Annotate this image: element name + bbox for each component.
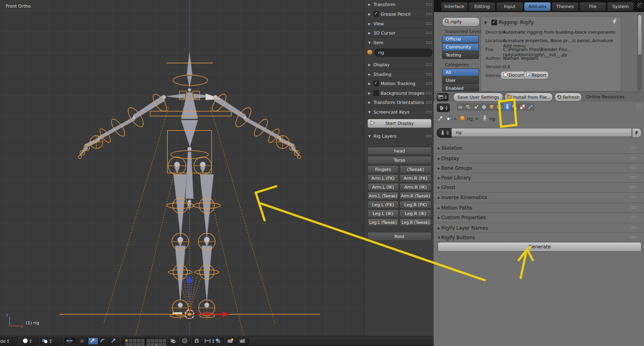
start-display-button[interactable]: Start Display (367, 119, 432, 128)
addon-search-field[interactable] (442, 17, 480, 26)
panel-grip[interactable] (630, 185, 636, 189)
opengl-render-anim-button[interactable] (238, 338, 249, 345)
panel-grip[interactable] (630, 146, 636, 149)
tab-render-layers[interactable] (465, 103, 472, 111)
editor-resize-grip[interactable] (636, 103, 642, 109)
rig-layer-tweak-button[interactable]: (Tweak) (399, 165, 432, 173)
panel-header-screencast-keys[interactable]: Screencast Keys (364, 108, 434, 116)
rig-layer-legR-tweak-button[interactable]: Leg.R (Tweak) (399, 218, 432, 226)
install-from-file-button[interactable]: Install from File... (505, 93, 553, 102)
panel-header-skeleton[interactable]: Skeleton (434, 143, 644, 153)
panel-grip[interactable] (630, 206, 636, 209)
category-user-button[interactable]: User (442, 77, 479, 84)
layers-grid-2[interactable] (146, 338, 167, 346)
rig-layer-armL-tweak-button[interactable]: Arm.L (Tweak) (367, 192, 399, 200)
armature-name-input[interactable] (456, 130, 632, 135)
background-images-checkbox[interactable] (373, 90, 379, 96)
panel-header-transform-orientations[interactable]: Transform Orientations (364, 98, 434, 107)
rig-layer-armR-fk-button[interactable]: Arm.R (FK) (399, 174, 432, 182)
panel-header-ghost[interactable]: Ghost (434, 182, 644, 192)
panel-grip[interactable] (426, 41, 432, 44)
panel-header-transform[interactable]: Transform (364, 0, 434, 9)
panel-header-rigify-layer-names[interactable]: Rigify Layer Names (434, 223, 644, 233)
rig-armature[interactable]: x z (0, 0, 364, 336)
window-resize-grip[interactable] (435, 94, 440, 100)
panel-header-custom-properties[interactable]: Custom Properties (434, 212, 644, 222)
panel-grip[interactable] (426, 3, 432, 6)
panel-header-motion-paths[interactable]: Motion Paths (434, 203, 644, 213)
panel-grip[interactable] (426, 134, 432, 138)
scene-context-icon[interactable] (446, 115, 452, 122)
manipulator-scale-button[interactable] (109, 338, 119, 345)
editor-type-selector[interactable] (437, 104, 450, 112)
panel-grip[interactable] (426, 73, 432, 76)
grease-pencil-checkbox[interactable] (373, 11, 379, 17)
panel-grip[interactable] (630, 176, 636, 179)
panel-header-motion-tracking[interactable]: Motion Tracking (364, 79, 434, 88)
manipulator-toggle-button[interactable] (64, 338, 76, 345)
rig-layer-legL-ik-button[interactable]: Leg.L (IK) (367, 210, 399, 218)
pin-icon[interactable] (438, 115, 444, 122)
manipulator-rotate-button[interactable] (98, 338, 109, 345)
rig-layer-head-button[interactable]: head (367, 147, 432, 155)
tab-object[interactable] (488, 103, 495, 111)
panel-grip[interactable] (426, 63, 432, 66)
rig-layer-legR-ik-button[interactable]: Leg.R (IK) (399, 210, 432, 218)
rig-layer-armR-ik-button[interactable]: Arm.R (IK) (399, 183, 432, 191)
snap-element-dropdown[interactable] (203, 338, 224, 345)
item-name-field[interactable] (375, 49, 432, 57)
addon-list-scrollbar[interactable] (637, 14, 642, 91)
opengl-render-button[interactable] (226, 338, 237, 345)
motion-tracking-checkbox[interactable] (373, 81, 379, 86)
tab-editing[interactable]: Editing (469, 2, 495, 11)
save-user-settings-button[interactable]: Save User Settings (453, 93, 503, 102)
manipulator-axis-button[interactable] (77, 338, 88, 345)
level-official-button[interactable]: Official (442, 35, 479, 43)
documentation-button[interactable]: Docum (500, 71, 527, 79)
panel-grip[interactable] (630, 157, 636, 160)
panel-header-display[interactable]: Display (364, 60, 434, 69)
breadcrumb-object-name[interactable]: rig (467, 116, 473, 122)
tab-file[interactable]: File (579, 2, 606, 11)
addon-enabled-checkbox[interactable] (491, 20, 497, 25)
generate-button[interactable]: Generate (438, 242, 642, 252)
online-resources-link[interactable]: Online Resources (586, 94, 624, 100)
tab-texture[interactable] (519, 103, 526, 111)
tab-scene[interactable] (473, 103, 480, 111)
pivot-point-dropdown[interactable] (40, 338, 63, 345)
layers-grid-1[interactable] (124, 338, 145, 346)
panel-grip[interactable] (426, 82, 432, 85)
panel-header-pose-library[interactable]: Pose Library (434, 173, 644, 183)
rig-layer-legL-tweak-button[interactable]: Leg.L (Tweak) (367, 218, 399, 226)
addon-entry-rigify[interactable]: ▼ Rigging: Rigify Descripti Automatic ri… (481, 16, 621, 92)
panel-grip[interactable] (630, 166, 636, 169)
tab-themes[interactable]: Themes (552, 2, 579, 11)
3d-viewport[interactable]: x z Front Ortho (1) rig (0, 0, 364, 336)
rig-layer-armR-tweak-button[interactable]: Arm.R (Tweak) (399, 192, 432, 200)
panel-grip[interactable] (426, 31, 432, 35)
panel-header-3d-cursor[interactable]: 3D Cursor (364, 28, 434, 38)
manipulator-translate-button[interactable] (88, 338, 98, 345)
rig-layer-fingers-button[interactable]: Fingers (367, 165, 399, 173)
panel-grip[interactable] (426, 110, 432, 114)
tab-interface[interactable]: Interface (441, 2, 468, 11)
panel-grip[interactable] (426, 101, 432, 104)
breadcrumb-data-name[interactable]: rig (489, 116, 495, 122)
tab-armature-data[interactable] (503, 103, 511, 111)
level-community-button[interactable]: Community (442, 43, 479, 51)
item-name-input[interactable] (378, 50, 429, 55)
panel-grip[interactable] (426, 12, 432, 16)
tab-system[interactable]: System (607, 2, 634, 11)
window-resize-grip[interactable] (637, 2, 643, 8)
panel-header-view[interactable]: View (364, 19, 434, 28)
panel-header-grease-pencil[interactable]: Grease Pencil (364, 10, 434, 19)
armature-id-selector[interactable] (437, 128, 452, 138)
rig-layer-torso-button[interactable]: Torso (367, 156, 432, 164)
panel-grip[interactable] (426, 22, 432, 25)
panel-header-bone-groups[interactable]: Bone Groups (434, 163, 644, 173)
panel-header-inverse-kinematics[interactable]: Inverse Kinematics (434, 192, 644, 202)
panel-grip[interactable] (426, 92, 432, 95)
armature-name-field[interactable] (451, 128, 632, 137)
expand-arrow-icon[interactable]: ▼ (484, 21, 487, 25)
panel-header-item[interactable]: Item (364, 38, 434, 47)
